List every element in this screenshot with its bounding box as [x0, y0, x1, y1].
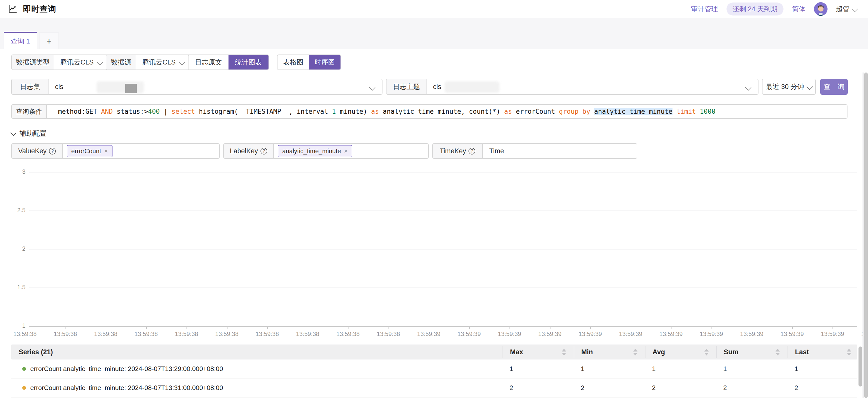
expiry-badge: 还剩 24 天到期: [726, 2, 783, 16]
x-axis-tick: [267, 326, 268, 329]
labelkey-tag: analytic_time_minute ×: [278, 145, 352, 157]
current-user-menu[interactable]: 超管: [836, 4, 857, 13]
logset-control: 日志集 cls: [11, 79, 382, 95]
time-range-select[interactable]: 最近 30 分钟: [763, 79, 815, 94]
gridline: [29, 249, 857, 249]
query-code[interactable]: method:GET AND status:>400 | select hist…: [47, 105, 847, 118]
table-row[interactable]: errorCount analytic_time_minute: 2024-08…: [11, 360, 857, 378]
audit-management-link[interactable]: 审计管理: [691, 4, 718, 13]
timekey-field[interactable]: Time: [483, 144, 637, 158]
table-row[interactable]: errorCount analytic_time_minute: 2024-08…: [11, 378, 857, 398]
series-table-body: errorCount analytic_time_minute: 2024-08…: [11, 360, 857, 398]
instant-query-page: 即时查询 审计管理 还剩 24 天到期 简体 超管: [0, 0, 868, 398]
chevron-down-icon: [97, 59, 103, 65]
log-topic-control: 日志主题 cls: [386, 79, 758, 95]
gridline: [29, 287, 857, 288]
sort-icon[interactable]: [562, 346, 566, 358]
chevron-down-icon: [10, 130, 16, 136]
valuekey-field[interactable]: errorCount ×: [63, 144, 219, 158]
query-token: status:>: [113, 108, 148, 115]
x-axis-tick: [429, 326, 429, 329]
query-token: 400: [148, 108, 160, 115]
language-switch-link[interactable]: 简体: [792, 4, 806, 13]
valuekey-label: ValueKey ?: [12, 144, 63, 158]
toggle-stat-chart[interactable]: 统计图表: [228, 55, 269, 69]
x-axis-tick-label: 13:59:39: [458, 331, 481, 337]
query-token: errorCount: [512, 108, 559, 115]
labelkey-field[interactable]: analytic_time_minute ×: [274, 144, 428, 158]
sort-asc-icon: [704, 349, 709, 351]
x-axis-tick-label: 13:59:38: [255, 331, 279, 337]
datasource-type-label: 数据源类型: [12, 55, 54, 69]
sort-icon[interactable]: [704, 346, 709, 358]
stat-value: 1: [652, 360, 655, 378]
series-table: Series (21) MaxMinAvgSumLast errorCount …: [11, 344, 857, 398]
aux-config-toggle[interactable]: 辅助配置: [11, 129, 46, 138]
chevron-down-icon: [806, 84, 813, 90]
sort-desc-icon: [562, 353, 566, 356]
page-scrollbar-thumb[interactable]: [864, 72, 868, 398]
sort-desc-icon: [633, 353, 638, 356]
sort-desc-icon: [704, 353, 709, 356]
gridline: [29, 211, 857, 211]
x-axis-tick-label: 13:59:39: [417, 331, 440, 337]
toggle-timeseries-view[interactable]: 时序图: [309, 55, 341, 69]
datasource-type-value: 腾讯云CLS: [60, 58, 94, 67]
help-icon[interactable]: ?: [49, 148, 56, 154]
time-range-value: 最近 30 分钟: [766, 82, 804, 91]
query-tab-bar: 查询 1 +: [0, 18, 868, 49]
avatar[interactable]: [814, 2, 828, 16]
query-token: limit: [676, 108, 696, 115]
stat-value: 2: [723, 378, 727, 397]
x-axis-tick: [792, 326, 793, 329]
x-axis-tick-label: 13:59:38: [134, 331, 158, 337]
x-axis-tick: [590, 326, 591, 329]
stat-value: 2: [509, 378, 513, 397]
x-axis-tick-label: 13:59:38: [13, 331, 36, 337]
log-topic-select[interactable]: cls: [427, 79, 758, 94]
help-icon[interactable]: ?: [468, 148, 475, 154]
x-axis-tick: [308, 326, 308, 329]
query-token: method:GET: [58, 108, 101, 115]
stat-value: 2: [652, 378, 655, 397]
close-icon[interactable]: ×: [344, 147, 348, 155]
x-axis-tick: [106, 326, 106, 329]
sort-icon[interactable]: [847, 346, 851, 358]
query-token: select: [172, 108, 195, 115]
x-axis-tick: [550, 326, 551, 329]
query-token: histogram(__TIMESTAMP__, interval: [195, 108, 332, 115]
y-axis-tick-label: 1: [7, 322, 26, 329]
close-icon[interactable]: ×: [104, 147, 108, 155]
help-icon[interactable]: ?: [260, 148, 267, 154]
timekey-value: Time: [489, 147, 504, 155]
x-axis-tick-label: 13:59:39: [700, 331, 723, 337]
series-count-header: Series (21): [19, 344, 53, 360]
query-condition-row: 查询条件 method:GET AND status:>400 | select…: [11, 104, 847, 119]
toggle-table-view[interactable]: 表格图: [278, 55, 309, 69]
series-label: errorCount analytic_time_minute: 2024-08…: [30, 360, 223, 378]
x-axis-tick: [671, 326, 672, 329]
tab-query-1[interactable]: 查询 1: [4, 32, 37, 49]
logset-select[interactable]: cls: [49, 79, 382, 94]
query-token: [673, 108, 677, 115]
sort-icon[interactable]: [775, 346, 780, 358]
stat-value: 2: [795, 378, 798, 397]
x-axis-tick-label: 13:59:39: [579, 331, 602, 337]
stat-value: 1: [581, 360, 584, 378]
sort-icon[interactable]: [633, 346, 638, 358]
chevron-down-icon: [369, 84, 375, 91]
table-scrollbar-thumb[interactable]: [859, 346, 862, 387]
stat-value: 1: [795, 360, 798, 378]
logset-value: cls: [55, 83, 63, 91]
sort-desc-icon: [775, 353, 780, 356]
query-token: analytic_time_minute: [594, 108, 673, 115]
toggle-log-raw[interactable]: 日志原文: [188, 55, 228, 69]
timeseries-chart[interactable]: 32.521.5113:59:3813:59:3813:59:3813:59:3…: [0, 165, 868, 340]
add-tab-button[interactable]: +: [39, 32, 59, 49]
x-axis-tick: [186, 326, 187, 329]
x-axis-tick: [752, 326, 752, 329]
sort-asc-icon: [775, 349, 780, 351]
search-button[interactable]: 查 询: [820, 79, 848, 95]
datasource-type-select[interactable]: 腾讯云CLS: [54, 55, 109, 69]
datasource-select[interactable]: 腾讯云CLS: [136, 55, 191, 69]
